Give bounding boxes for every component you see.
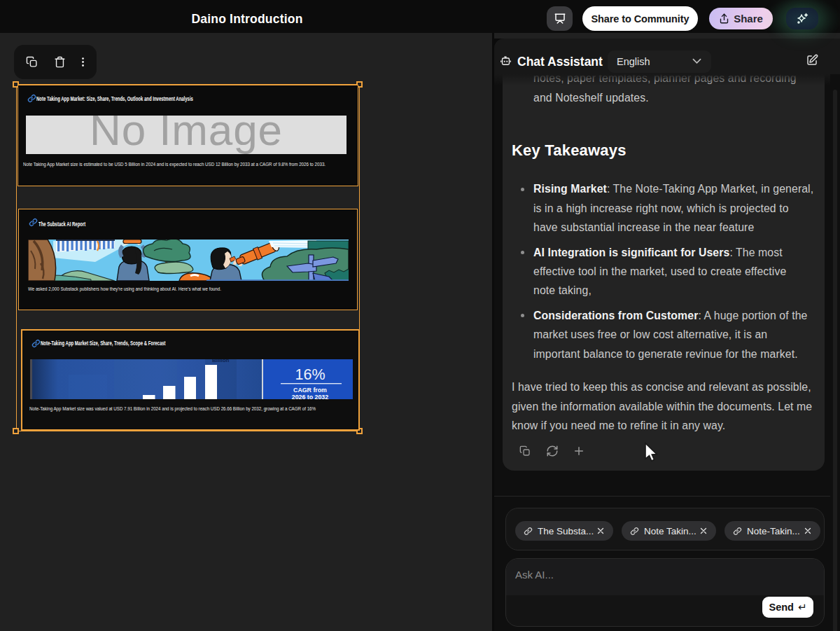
svg-text:CAGR from: CAGR from — [293, 387, 327, 394]
svg-text:16%: 16% — [295, 366, 325, 383]
svg-text:Billion: Billion — [212, 359, 230, 363]
svg-text:2026 to 2032: 2026 to 2032 — [292, 394, 328, 400]
